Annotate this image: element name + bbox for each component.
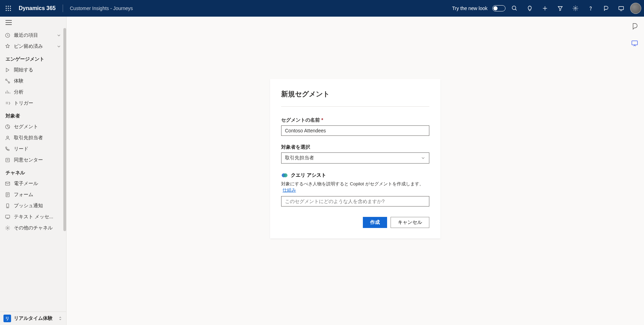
sidebar-item-label: 分析 <box>14 89 24 95</box>
svg-point-6 <box>6 10 7 11</box>
topbar-right: Try the new look <box>452 0 641 17</box>
svg-point-30 <box>7 227 8 229</box>
search-icon[interactable] <box>508 0 521 17</box>
svg-point-3 <box>6 8 7 9</box>
assist-desc-text: 対象にするべき人物を説明すると Copilot がセグメントを作成します。 <box>281 181 424 186</box>
assist-heading: クエリ アシスト <box>281 172 429 179</box>
nav-section-audience: 対象者 <box>1 109 65 121</box>
divider <box>63 5 63 12</box>
sidebar-item-triggers[interactable]: トリガー <box>1 98 65 109</box>
topbar-left: Dynamics 365 Customer Insights - Journey… <box>3 3 133 14</box>
audience-label: 対象者を選択 <box>281 144 429 150</box>
dialog-buttons: 作成 キャンセル <box>281 217 429 228</box>
sidebar-item-label: 取引先担当者 <box>14 135 43 141</box>
sidebar-item-consent[interactable]: 同意センター <box>1 155 65 166</box>
assist-howitworks-link[interactable]: 仕組み <box>283 187 296 193</box>
assist-description: 対象にするべき人物を説明すると Copilot がセグメントを作成します。仕組み <box>281 181 429 193</box>
svg-point-28 <box>7 207 8 207</box>
app-body: 最近の項目 ピン留め済み エンゲージメント 開始する 体験 分析 <box>0 17 644 325</box>
audience-field: 対象者を選択 取引先担当者 <box>281 144 429 164</box>
nav-list: 最近の項目 ピン留め済み エンゲージメント 開始する 体験 分析 <box>0 30 66 311</box>
sidebar-item-label: テキスト メッセ... <box>14 214 53 220</box>
svg-point-23 <box>7 136 8 138</box>
app-subtitle: Customer Insights - Journeys <box>70 6 133 11</box>
right-rail-icons <box>631 22 638 49</box>
required-asterisk: * <box>321 117 323 123</box>
sidebar: 最近の項目 ピン留め済み エンゲージメント 開始する 体験 分析 <box>0 17 66 325</box>
segment-name-label: セグメントの名前 * <box>281 117 429 123</box>
try-new-look-toggle[interactable] <box>492 5 506 11</box>
sidebar-item-label: リード <box>14 146 28 152</box>
sidebar-item-other-channels[interactable]: その他のチャネル <box>1 222 65 234</box>
audience-select[interactable]: 取引先担当者 <box>281 152 429 164</box>
sidebar-scrollbar[interactable] <box>63 17 66 306</box>
create-button[interactable]: 作成 <box>363 217 387 228</box>
screen-icon[interactable] <box>615 0 627 17</box>
svg-point-9 <box>512 6 516 10</box>
svg-point-8 <box>10 10 11 11</box>
help-icon[interactable] <box>584 0 597 17</box>
area-badge: リ <box>3 315 11 322</box>
sidebar-item-contacts[interactable]: 取引先担当者 <box>1 132 65 143</box>
assist-title: クエリ アシスト <box>291 172 326 178</box>
sidebar-item-label: フォーム <box>14 192 33 198</box>
svg-point-1 <box>8 6 9 7</box>
sidebar-item-pinned[interactable]: ピン留め済み <box>1 41 65 52</box>
svg-point-7 <box>8 10 9 11</box>
sidebar-item-label: 電子メール <box>14 181 38 187</box>
copilot-icon[interactable] <box>600 0 612 17</box>
gear-icon[interactable] <box>569 0 582 17</box>
cancel-button[interactable]: キャンセル <box>391 217 429 228</box>
sidebar-item-analytics[interactable]: 分析 <box>1 87 65 98</box>
sidebar-item-label: 最近の項目 <box>14 32 38 38</box>
sidebar-item-getstarted[interactable]: 開始する <box>1 64 65 76</box>
main-content: 新規セグメント セグメントの名前 * 対象者を選択 取引先担当者 クエリ アシス… <box>66 17 644 325</box>
sidebar-item-label: 同意センター <box>14 157 43 163</box>
sidebar-item-forms[interactable]: フォーム <box>1 189 65 200</box>
svg-point-4 <box>8 8 9 9</box>
svg-rect-15 <box>619 7 624 10</box>
sidebar-item-text[interactable]: テキスト メッセ... <box>1 211 65 222</box>
divider <box>281 106 429 107</box>
hamburger-icon[interactable] <box>0 17 66 30</box>
sidebar-item-label: プッシュ通知 <box>14 203 43 209</box>
chevron-down-icon <box>421 156 426 160</box>
query-assist-input[interactable] <box>281 196 429 207</box>
sidebar-item-label: セグメント <box>14 124 38 130</box>
sidebar-item-emails[interactable]: 電子メール <box>1 178 65 189</box>
segment-name-input[interactable] <box>281 125 429 136</box>
svg-rect-24 <box>6 158 10 162</box>
new-segment-dialog: 新規セグメント セグメントの名前 * 対象者を選択 取引先担当者 クエリ アシス… <box>270 79 440 238</box>
sidebar-item-push[interactable]: プッシュ通知 <box>1 200 65 211</box>
dialog-title: 新規セグメント <box>281 89 429 99</box>
sidebar-item-label: ピン留め済み <box>14 43 43 50</box>
sidebar-item-segments[interactable]: セグメント <box>1 121 65 132</box>
app-launcher-icon[interactable] <box>3 3 14 14</box>
filter-icon[interactable] <box>554 0 566 17</box>
sidebar-scrollbar-thumb[interactable] <box>63 28 66 231</box>
svg-point-14 <box>590 10 591 10</box>
audience-selected-value: 取引先担当者 <box>285 155 314 161</box>
sidebar-item-label: 体験 <box>14 78 24 84</box>
label-text: セグメントの名前 <box>281 117 320 123</box>
avatar[interactable] <box>630 3 641 14</box>
svg-point-2 <box>10 6 11 7</box>
svg-rect-25 <box>6 182 10 185</box>
sidebar-item-recent[interactable]: 最近の項目 <box>1 30 65 41</box>
nav-section-channel: チャネル <box>1 166 65 178</box>
copilot-side-icon[interactable] <box>631 22 638 31</box>
chevron-down-icon <box>56 33 61 38</box>
sidebar-item-experience[interactable]: 体験 <box>1 76 65 87</box>
sidebar-item-label: 開始する <box>14 67 33 73</box>
area-switcher[interactable]: リ リアルタイム体験 <box>0 311 66 325</box>
chevron-updown-icon <box>58 316 63 321</box>
feedback-side-icon[interactable] <box>631 39 638 49</box>
plus-icon[interactable] <box>539 0 551 17</box>
query-assist-group: クエリ アシスト 対象にするべき人物を説明すると Copilot がセグメントを… <box>281 172 429 207</box>
svg-point-5 <box>10 8 11 9</box>
sidebar-item-leads[interactable]: リード <box>1 143 65 155</box>
brand-title: Dynamics 365 <box>19 5 56 11</box>
svg-rect-31 <box>632 41 638 45</box>
lightbulb-icon[interactable] <box>524 0 536 17</box>
try-new-look-label: Try the new look <box>452 6 488 11</box>
